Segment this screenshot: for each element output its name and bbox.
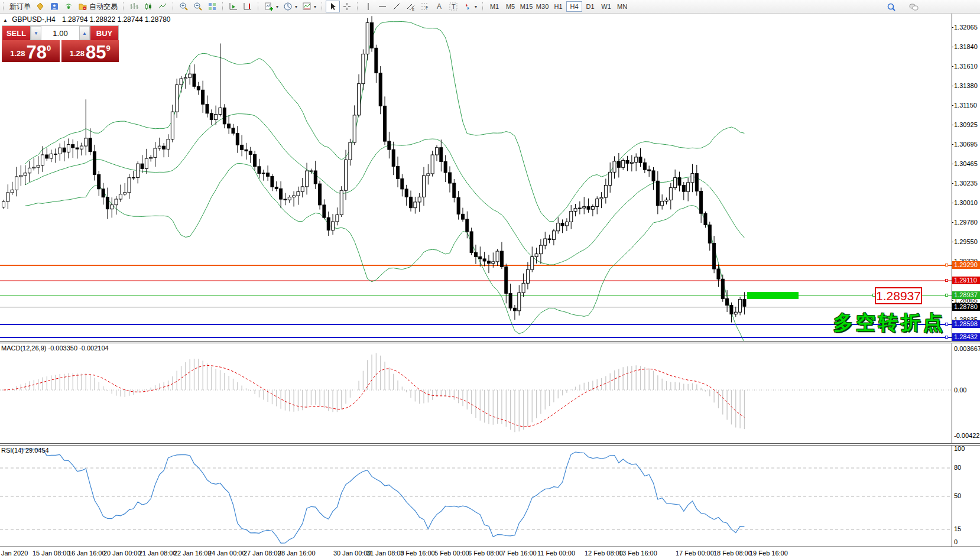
bar-chart-button[interactable]	[127, 1, 141, 12]
chat-icon	[909, 2, 919, 12]
vertical-line-button[interactable]	[361, 1, 375, 12]
toolbar: 新订单 自动交易 ▾ ▾	[0, 0, 980, 14]
trendline-button[interactable]	[390, 1, 404, 12]
price-line-label: 1.28432	[952, 333, 980, 341]
chart-shift-button[interactable]	[241, 1, 255, 12]
volume-increase-button[interactable]: ▲	[79, 26, 90, 40]
text-label-button[interactable]: T	[446, 1, 460, 12]
toolbar-grip	[258, 2, 259, 11]
chart-quote: 1.28794 1.28822 1.28744 1.28780	[62, 15, 171, 24]
dropdown-caret-icon: ▾	[276, 4, 278, 9]
auto-scroll-button[interactable]	[226, 1, 241, 12]
indicator-axis-value: 80	[954, 464, 961, 471]
green-highlight-rectangle[interactable]	[747, 292, 799, 299]
buy-button[interactable]: BUY	[90, 26, 118, 40]
zoom-in-button[interactable]	[177, 1, 191, 12]
autotrade-label: 自动交易	[89, 2, 118, 12]
time-axis-label: 28 Jan 16:00	[278, 550, 316, 557]
line-chart-icon	[158, 2, 167, 11]
new-order-button[interactable]: 新订单	[7, 1, 33, 12]
candlestick-chart-button[interactable]	[141, 1, 155, 12]
horizontal-line-icon	[378, 2, 387, 11]
horizontal-line-button[interactable]	[375, 1, 390, 12]
rsi-pane[interactable]	[0, 446, 952, 547]
deposit-button[interactable]	[33, 1, 47, 12]
time-axis-border	[0, 547, 980, 547]
toolbar-grip	[3, 2, 4, 11]
price-tick: 1.32065	[954, 24, 978, 31]
time-axis-label: 19 Feb 16:00	[749, 550, 788, 557]
sell-price-button[interactable]: 1.28 78 0	[2, 40, 60, 62]
tile-windows-icon	[207, 2, 217, 11]
timeframe-m1-button[interactable]: M1	[486, 1, 502, 12]
toolbar-grip	[357, 2, 358, 11]
line-handle[interactable]	[945, 279, 948, 282]
arrows-icon	[463, 2, 472, 11]
toolbar-grip	[222, 2, 223, 11]
time-axis-label: 20 Jan 00:00	[103, 550, 141, 557]
search-button[interactable]	[884, 1, 898, 13]
svg-text:T: T	[452, 3, 456, 10]
timeframe-h1-button[interactable]: H1	[550, 1, 566, 12]
zoom-out-button[interactable]	[191, 1, 205, 12]
community-button[interactable]	[47, 1, 61, 12]
macd-label: MACD(12,26,9) -0.003350 -0.002104	[1, 344, 109, 352]
pane-splitter[interactable]	[0, 341, 980, 343]
price-callout-box[interactable]: 1.28937	[875, 287, 922, 304]
macd-pane[interactable]	[0, 343, 952, 443]
tile-windows-button[interactable]	[205, 1, 219, 12]
gold-diamond-icon	[35, 2, 45, 11]
pane-splitter[interactable]	[0, 443, 980, 446]
time-axis-label: Jan 2020	[1, 550, 28, 557]
volume-decrease-button[interactable]: ▼	[31, 26, 41, 40]
timeframe-m30-button[interactable]: M30	[534, 1, 550, 12]
buy-price-button[interactable]: 1.28 85 9	[61, 40, 119, 62]
candlestick-icon	[144, 2, 153, 11]
toolbar-grip	[173, 2, 174, 11]
toolbar-grip	[482, 2, 483, 11]
sell-price-main: 78	[27, 45, 47, 60]
price-tick: 1.29550	[954, 238, 978, 245]
periods-button[interactable]: ▾	[281, 1, 300, 12]
text-icon: A	[434, 2, 444, 11]
line-handle[interactable]	[945, 294, 948, 297]
signal-icon	[64, 2, 73, 11]
channel-icon: E	[406, 2, 416, 11]
sell-button[interactable]: SELL	[2, 26, 30, 40]
timeframe-m5-button[interactable]: M5	[502, 1, 518, 12]
price-chart-pane[interactable]	[0, 13, 952, 341]
time-axis-label: 31 Jan 08:00	[366, 550, 404, 557]
dropdown-caret-icon: ▾	[314, 4, 316, 9]
price-line-label: 1.28937	[952, 291, 980, 299]
arrows-button[interactable]: ▾	[460, 1, 479, 12]
price-tick: 1.31840	[954, 43, 978, 50]
cursor-button[interactable]	[326, 1, 340, 12]
crosshair-button[interactable]	[340, 1, 354, 12]
line-chart-button[interactable]	[155, 1, 170, 12]
timeframe-m15-button[interactable]: M15	[518, 1, 534, 12]
svg-text:F: F	[426, 5, 428, 9]
fibonacci-button[interactable]: F	[418, 1, 432, 12]
clock-icon	[283, 2, 293, 11]
price-line-label: 1.29290	[952, 261, 980, 269]
indicators-button[interactable]: ▾	[262, 1, 281, 12]
indicator-axis-value: -0.00422	[954, 432, 979, 439]
line-handle[interactable]	[945, 264, 948, 266]
timeframe-d1-button[interactable]: D1	[582, 1, 598, 12]
timeframe-mn-button[interactable]: MN	[614, 1, 630, 12]
annotation-text[interactable]: 多空转折点	[833, 310, 946, 336]
indicator-axis-value: 15	[954, 525, 961, 532]
timeframe-w1-button[interactable]: W1	[598, 1, 614, 12]
price-line-label: 1.28780	[952, 303, 980, 311]
templates-button[interactable]: ▾	[300, 1, 319, 12]
chat-button[interactable]	[907, 1, 921, 13]
equidistant-channel-button[interactable]: E	[404, 1, 418, 12]
chart-shift-icon	[243, 2, 252, 11]
text-button[interactable]: A	[432, 1, 446, 12]
autotrade-button[interactable]: 自动交易	[76, 1, 120, 12]
signals-button[interactable]	[61, 1, 76, 12]
price-tick: 1.31610	[954, 63, 978, 70]
timeframe-h4-button[interactable]: H4	[566, 1, 582, 12]
volume-value[interactable]: 1.00	[41, 26, 79, 40]
price-tick: 1.31150	[954, 102, 977, 109]
